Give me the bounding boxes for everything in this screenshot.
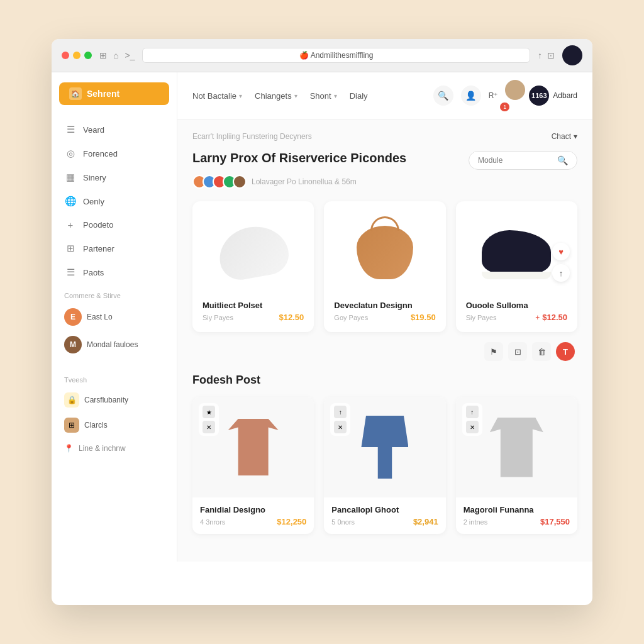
meta-info: Lolavager Po Linonellua & 56m — [192, 175, 577, 189]
delete-action-btn[interactable]: 🗑 — [532, 342, 551, 361]
chevron-down-icon: ▾ — [574, 132, 577, 141]
product-name-0: Muitliect Polset — [203, 301, 304, 310]
price-wrapper-2: + $12.50 — [535, 313, 567, 322]
badge-icon-x2: ✕ — [334, 421, 347, 433]
shoe-shape — [215, 221, 292, 283]
tveesh-title: Tveesh — [52, 369, 177, 387]
chevron-icon-1: ▾ — [294, 92, 297, 99]
fodesh-info-1: Pancallopl Ghoot 5 0nors $2,941 — [324, 497, 445, 534]
fodesh-meta-0: 4 3nrors $12,250 — [200, 517, 306, 526]
browser-profile[interactable] — [562, 45, 582, 65]
fodesh-grid: ★ ✕ Fanidial Designo 4 3nrors $12,250 — [192, 397, 577, 534]
products-grid: Muitliect Polset Siy Payes $12.50 Devecl… — [192, 201, 577, 332]
product-name-1: Deveclatun Designn — [334, 301, 435, 310]
address-bar[interactable]: 🍎 Andmilithesmiffling — [142, 48, 530, 63]
sidebar-item-paots[interactable]: ☰ Paots — [52, 260, 177, 284]
product-meta-2: Siy Payes + $12.50 — [466, 313, 567, 322]
chevron-icon-0: ▾ — [239, 92, 242, 99]
copy-action-btn[interactable]: ⊡ — [508, 342, 527, 361]
profile-circle: 1163 — [529, 86, 549, 106]
nav-label-veard: Veard — [83, 125, 104, 135]
nav-label-sinery: Sinery — [83, 173, 106, 182]
location-item[interactable]: 📍 Line & inchnw — [52, 438, 177, 459]
nav-link-shont[interactable]: Shont ▾ — [310, 91, 337, 101]
wishlist-heart-btn[interactable]: ♥ — [552, 243, 570, 260]
bookmark-icon[interactable]: ⊡ — [547, 50, 555, 60]
dot-yellow[interactable] — [73, 52, 80, 59]
search-input[interactable] — [478, 156, 553, 165]
fodesh-name-0: Fanidial Designo — [200, 505, 306, 514]
nav-label-3: Dialy — [350, 91, 368, 101]
dot-green[interactable] — [84, 52, 92, 59]
section-tveesh: Tveesh 🔒 Carsflubanity ⊞ Clarcls 📍 Line … — [52, 369, 177, 459]
url-text: Andmilithesmiffling — [311, 51, 374, 60]
tag-clarcls[interactable]: ⊞ Clarcls — [52, 413, 177, 438]
nav-link-not-bactalie[interactable]: Not Bactalie ▾ — [192, 91, 242, 101]
share-icon[interactable]: ↑ — [538, 50, 542, 60]
fodesh-card-2[interactable]: ↑ ✕ Magoroli Funanna 2 intnes $17,550 — [456, 397, 577, 534]
search-icon[interactable]: 🔍 — [557, 155, 568, 165]
globe-icon: 🌐 — [64, 196, 77, 207]
product-image-0 — [203, 211, 304, 293]
nav-label-oenly: Oenly — [83, 197, 104, 206]
sidebar-item-oenly[interactable]: 🌐 Oenly — [52, 189, 177, 213]
breadcrumb-right[interactable]: Chact ▾ — [552, 132, 577, 141]
search-button[interactable]: 🔍 — [433, 86, 453, 106]
action-row: ⚑ ⊡ 🗑 T — [192, 342, 577, 361]
product-card-0[interactable]: Muitliect Polset Siy Payes $12.50 — [192, 201, 314, 332]
nav-link-dialy[interactable]: Dialy — [350, 91, 368, 101]
r-badge[interactable]: R⁺ — [489, 91, 498, 100]
location-icon: 📍 — [64, 444, 74, 453]
shirt-shape — [228, 419, 279, 475]
user-mondal[interactable]: M Mondal fauloes — [52, 331, 177, 358]
search-box[interactable]: 🔍 — [469, 151, 577, 170]
tag-label-2: Clarcls — [84, 421, 108, 430]
fodesh-name-2: Magoroli Funanna — [464, 505, 570, 514]
profile-section[interactable]: 1 1163 Adbard — [505, 80, 577, 111]
sidebar-item-veard[interactable]: ☰ Veard — [52, 118, 177, 142]
flag-action-btn[interactable]: ⚑ — [484, 342, 503, 361]
user-button[interactable]: 👤 — [461, 86, 481, 106]
window-icon[interactable]: ⊞ — [99, 50, 107, 60]
profile-avatar-img — [505, 80, 525, 100]
sidebar: 🏠 Sehrent ☰ Veard ◎ Forenced ▦ Sinery 🌐 … — [52, 72, 177, 562]
fodesh-seller-2: 2 intnes — [464, 518, 488, 526]
brand-icon: 🏠 — [69, 87, 82, 100]
user-east-lo[interactable]: E East Lo — [52, 303, 177, 331]
top-navbar: Not Bactalie ▾ Chiangets ▾ Shont ▾ Dialy — [177, 72, 592, 119]
nav-link-chiangets[interactable]: Chiangets ▾ — [255, 91, 297, 101]
nav-label-poodeto: Poodeto — [83, 220, 113, 230]
fodesh-name-1: Pancallopl Ghoot — [331, 505, 438, 514]
tag-carsflubanity[interactable]: 🔒 Carsflubanity — [52, 387, 177, 413]
app-layout: 🏠 Sehrent ☰ Veard ◎ Forenced ▦ Sinery 🌐 … — [52, 72, 592, 562]
nav-label-paots: Paots — [83, 268, 104, 277]
meta-avatar-5 — [233, 175, 247, 189]
badge-icon-star: ★ — [203, 406, 215, 418]
sidebar-item-partener[interactable]: ⊞ Partener — [52, 236, 177, 260]
terminal-icon[interactable]: >_ — [125, 50, 135, 60]
mondal-name: Mondal fauloes — [87, 340, 138, 349]
location-text: Line & inchnw — [79, 444, 126, 453]
breadcrumb-right-label: Chact — [552, 132, 571, 141]
dot-red[interactable] — [62, 52, 69, 59]
sidebar-item-sinery[interactable]: ▦ Sinery — [52, 165, 177, 189]
wishlist-share-btn[interactable]: ↑ — [552, 264, 570, 282]
mondal-avatar: M — [64, 336, 82, 353]
sneaker-shape — [482, 230, 551, 274]
sidebar-brand[interactable]: 🏠 Sehrent — [59, 82, 169, 105]
fodesh-card-1[interactable]: ↑ ✕ Pancallopl Ghoot 5 0nors $2,941 — [324, 397, 445, 534]
badge-icon-x: ✕ — [203, 421, 215, 433]
t-action-btn[interactable]: T — [556, 342, 575, 361]
sidebar-item-forenced[interactable]: ◎ Forenced — [52, 142, 177, 165]
fodesh-info-0: Fanidial Designo 4 3nrors $12,250 — [192, 497, 314, 534]
sidebar-item-poodeto[interactable]: + Poodeto — [52, 213, 177, 236]
browser-nav-icons: ⊞ ⌂ >_ — [99, 50, 135, 60]
home-icon[interactable]: ⌂ — [113, 50, 118, 60]
product-card-1[interactable]: Deveclatun Designn Goy Payes $19.50 — [324, 201, 445, 332]
list-icon: ☰ — [64, 267, 77, 278]
fodesh-card-0[interactable]: ★ ✕ Fanidial Designo 4 3nrors $12,250 — [192, 397, 314, 534]
nav-label-0: Not Bactalie — [192, 91, 236, 101]
fodesh-price-2: $17,550 — [540, 517, 570, 526]
product-price-1: $19.50 — [411, 313, 436, 322]
east-lo-name: East Lo — [87, 313, 113, 321]
